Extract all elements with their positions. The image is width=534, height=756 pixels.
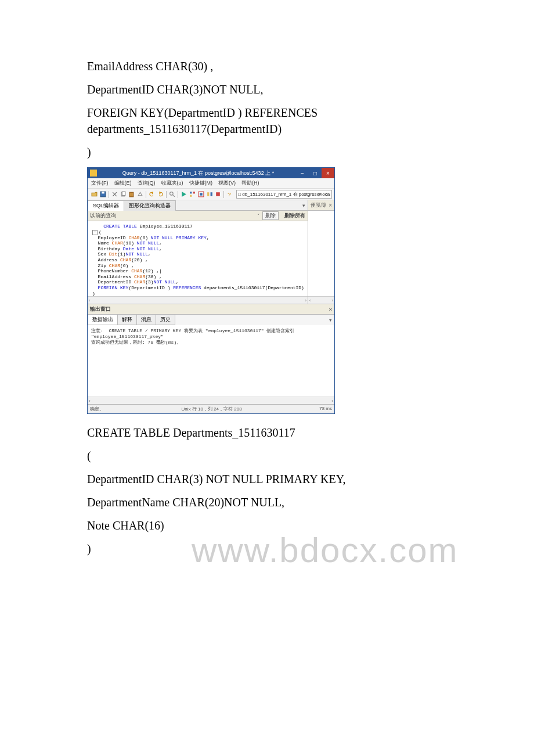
- svg-rect-12: [207, 192, 209, 196]
- explain-verbose-icon[interactable]: [197, 190, 205, 198]
- menu-help[interactable]: 帮助(H): [241, 179, 259, 187]
- copy-icon[interactable]: [120, 190, 127, 198]
- horizontal-scrollbar[interactable]: ‹›: [88, 397, 334, 404]
- svg-rect-14: [217, 192, 221, 196]
- menu-macro[interactable]: 快捷键(M): [189, 179, 213, 187]
- doc-line: EmailAddress CHAR(30) ,: [58, 58, 476, 74]
- svg-text:?: ?: [228, 191, 232, 197]
- window-title: Query - db_1511630117_hrm_1 在 postgres@l…: [100, 170, 296, 177]
- doc-line: ): [58, 144, 476, 160]
- scratchpad-area[interactable]: [308, 211, 334, 296]
- svg-rect-7: [190, 192, 192, 193]
- clear-icon[interactable]: [136, 190, 144, 198]
- doc-line: DepartmentID CHAR(3)NOT NULL,: [58, 81, 476, 98]
- editor-tabs: SQL编辑器 图形化查询构造器 ▾: [88, 200, 308, 211]
- minimize-button[interactable]: −: [296, 168, 309, 178]
- tab-graphical-builder[interactable]: 图形化查询构造器: [124, 200, 176, 211]
- statusbar: 确定。 Unix 行 10，列 24，字符 208 78 ms: [88, 404, 334, 413]
- undo-icon[interactable]: [148, 190, 156, 198]
- delete-all-button[interactable]: 删除所有: [284, 212, 305, 219]
- database-select[interactable]: [236, 190, 332, 199]
- dropdown-icon[interactable]: ▾: [329, 317, 332, 323]
- menubar: 文件(F) 编辑(E) 查询(Q) 收藏夹(o) 快捷键(M) 视图(V) 帮助…: [88, 178, 334, 188]
- close-button[interactable]: ×: [322, 168, 334, 178]
- titlebar: Query - db_1511630117_hrm_1 在 postgres@l…: [88, 168, 334, 178]
- close-icon[interactable]: ×: [329, 202, 332, 208]
- svg-rect-1: [102, 192, 104, 193]
- menu-query[interactable]: 查询(Q): [138, 179, 156, 187]
- play-icon[interactable]: [180, 190, 187, 198]
- menu-edit[interactable]: 编辑(E): [114, 179, 132, 187]
- previous-queries-label: 以前的查询: [90, 212, 257, 219]
- sql-editor[interactable]: CREATE TABLE Employee_1511630117 −( Empl…: [88, 221, 308, 296]
- horizontal-scrollbar[interactable]: ‹›: [88, 296, 308, 304]
- toolbar: ?: [88, 188, 334, 200]
- collapse-icon[interactable]: −: [92, 230, 98, 235]
- open-icon[interactable]: [91, 190, 98, 198]
- output-pane-label: 输出窗口: [90, 305, 111, 313]
- close-icon[interactable]: ×: [329, 307, 332, 312]
- watermark: www.bdocx.com: [192, 530, 458, 570]
- menu-view[interactable]: 视图(V): [218, 179, 236, 187]
- svg-line-6: [173, 195, 175, 197]
- svg-rect-9: [190, 195, 192, 197]
- app-icon: [90, 170, 97, 177]
- doc-line: DepartmentName CHAR(20)NOT NULL,: [58, 494, 476, 510]
- explain-icon[interactable]: [189, 190, 196, 198]
- status-left: 确定。: [90, 406, 104, 412]
- svg-rect-8: [193, 192, 194, 193]
- pgadmin-window: Query - db_1511630117_hrm_1 在 postgres@l…: [87, 167, 335, 414]
- dropdown-icon[interactable]: ▾: [302, 203, 305, 208]
- tab-history[interactable]: 历史: [156, 315, 175, 325]
- status-mid: Unix 行 10，列 24，字符 208: [182, 406, 242, 412]
- dropdown-icon[interactable]: ˅: [257, 213, 260, 219]
- tab-sql-editor[interactable]: SQL编辑器: [88, 200, 124, 211]
- tab-messages[interactable]: 消息: [136, 315, 156, 325]
- scratchpad-label: 便笺簿: [311, 201, 326, 209]
- doc-line: CREATE TABLE Departments_1511630117: [58, 424, 476, 441]
- find-icon[interactable]: [168, 190, 176, 198]
- explain-analyze-icon[interactable]: [206, 190, 214, 198]
- menu-favorites[interactable]: 收藏夹(o): [161, 179, 183, 187]
- menu-file[interactable]: 文件(F): [91, 179, 109, 187]
- tab-data-output[interactable]: 数据输出: [88, 315, 118, 325]
- maximize-button[interactable]: □: [309, 168, 322, 178]
- status-right: 78 ms: [319, 406, 332, 412]
- help-icon[interactable]: ?: [226, 190, 233, 198]
- doc-line: DepartmentID CHAR(3) NOT NULL PRIMARY KE…: [58, 471, 476, 487]
- stop-icon[interactable]: [215, 190, 222, 198]
- svg-point-5: [170, 192, 174, 196]
- paste-icon[interactable]: [128, 190, 136, 198]
- svg-rect-4: [130, 192, 134, 197]
- doc-line: FOREIGN KEY(DepartmentID ) REFERENCES de…: [58, 105, 476, 137]
- svg-rect-11: [200, 193, 202, 195]
- horizontal-scrollbar[interactable]: ‹›: [308, 296, 334, 304]
- svg-rect-3: [122, 192, 125, 196]
- tab-explain[interactable]: 解释: [117, 315, 137, 325]
- doc-line: (: [58, 448, 476, 464]
- save-icon[interactable]: [99, 190, 107, 198]
- output-body: 注意: CREATE TABLE / PRIMARY KEY 将要为表 "emp…: [88, 325, 334, 397]
- svg-rect-13: [210, 192, 212, 196]
- delete-button[interactable]: 删除: [262, 211, 279, 220]
- redo-icon[interactable]: [157, 190, 164, 198]
- cut-icon[interactable]: [111, 190, 118, 198]
